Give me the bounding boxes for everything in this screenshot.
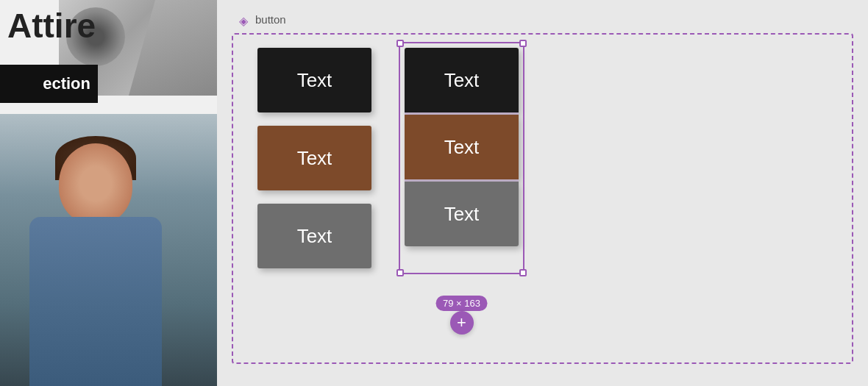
left-panel: Attire ection	[0, 0, 217, 386]
component-label-row: ◈ button	[239, 13, 286, 26]
person-head	[59, 143, 132, 224]
btn-black-right[interactable]: Text	[405, 48, 519, 112]
btn-black-left[interactable]: Text	[257, 48, 371, 112]
section-label: ection	[43, 74, 90, 93]
right-buttons-wrapper: Text Text Text 79 × 163 +	[405, 48, 519, 268]
diamond-icon: ◈	[239, 14, 251, 26]
person-silhouette	[15, 121, 206, 386]
person-body	[29, 217, 162, 386]
btn-brown-right[interactable]: Text	[405, 115, 519, 179]
section-bar: ection	[0, 65, 98, 103]
left-buttons-column: Text Text Text	[257, 48, 371, 268]
size-badge: 79 × 163	[435, 296, 488, 311]
btn-gray-left[interactable]: Text	[257, 204, 371, 268]
btn-brown-left[interactable]: Text	[257, 126, 371, 190]
image-shape-detail	[129, 0, 217, 96]
buttons-grid: Text Text Text Text	[257, 48, 519, 268]
btn-gray-right[interactable]: Text	[405, 182, 519, 246]
add-button[interactable]: +	[450, 311, 474, 335]
right-panel: ◈ button Text Text Text	[217, 0, 868, 386]
bottom-image	[0, 114, 217, 386]
right-buttons-column: Text Text Text	[405, 48, 519, 246]
attire-title: Attire	[7, 6, 96, 46]
component-type-label: button	[255, 13, 286, 26]
